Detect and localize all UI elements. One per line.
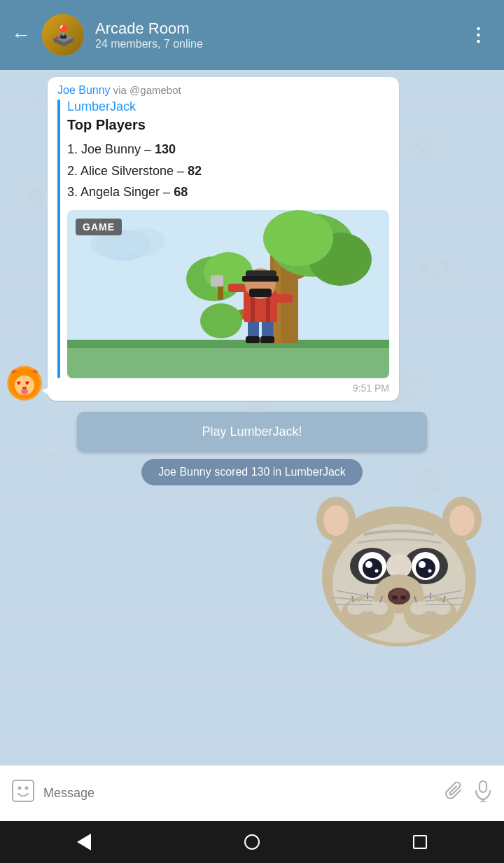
game-badge: GAME [76, 219, 122, 235]
svg-rect-38 [260, 336, 274, 343]
message-bubble: Joe Bunny via @gamebot LumberJack Top Pl… [48, 77, 399, 401]
svg-point-58 [416, 558, 435, 578]
group-title: Arcade Room [95, 20, 452, 38]
svg-point-93 [18, 787, 22, 790]
home-circle-icon [244, 834, 260, 850]
avatar-image: 🕹️ [42, 14, 84, 56]
svg-rect-26 [67, 340, 389, 348]
svg-point-89 [323, 505, 349, 536]
group-subtitle: 24 members, 7 online [95, 38, 452, 50]
back-nav-button[interactable] [70, 828, 98, 856]
player-2-score: 82 [188, 164, 202, 178]
svg-point-71 [371, 601, 388, 615]
svg-point-91 [449, 505, 475, 536]
attach-icon [445, 781, 465, 801]
svg-point-60 [419, 561, 426, 568]
input-bar [0, 765, 504, 821]
svg-rect-45 [249, 289, 272, 297]
message-input[interactable] [43, 786, 437, 801]
sender-avatar: ♥ ♥ [7, 366, 42, 401]
attach-button[interactable] [445, 781, 465, 806]
home-nav-button[interactable] [238, 828, 266, 856]
top-players-title: Top Players [67, 117, 389, 133]
score-bubble-text: Joe Bunny scored 130 in LumberJack [141, 459, 363, 485]
sender-line: Joe Bunny via @gamebot [57, 84, 389, 97]
svg-point-34 [200, 303, 242, 338]
sender-name[interactable]: Joe Bunny [57, 84, 111, 96]
svg-point-59 [365, 561, 372, 568]
players-list: 1. Joe Bunny – 130 2. Alice Silverstone … [67, 139, 389, 203]
player-1-score: 130 [155, 142, 176, 156]
mic-icon [473, 780, 493, 802]
svg-point-67 [400, 595, 406, 600]
svg-rect-95 [479, 781, 486, 792]
svg-text:♥: ♥ [25, 379, 29, 387]
sticker-container [7, 492, 497, 647]
via-text: via @gamebot [111, 84, 181, 96]
score-notification: Joe Bunny scored 130 in LumberJack [7, 459, 497, 485]
svg-point-61 [375, 569, 379, 572]
player-2: 2. Alice Silverstone – 82 [67, 160, 389, 182]
svg-rect-46 [228, 284, 245, 292]
android-nav-bar [0, 821, 504, 863]
message-container: ♥ ♥ Joe Bunny via @gamebot LumberJ [7, 77, 497, 401]
header: ← 🕹️ Arcade Room 24 members, 7 online ⋮ [0, 0, 504, 70]
svg-point-21 [90, 233, 129, 258]
message-time: 9:51 PM [57, 382, 389, 394]
game-image[interactable]: GAME [67, 210, 389, 378]
raccoon-sticker [294, 492, 490, 647]
svg-point-66 [392, 595, 398, 600]
chat-content: ♥ ♥ Joe Bunny via @gamebot LumberJ [0, 70, 504, 793]
svg-point-18 [21, 389, 28, 394]
svg-rect-49 [276, 294, 293, 303]
svg-point-22 [123, 228, 165, 256]
emoji-icon [11, 779, 35, 803]
svg-point-78 [434, 601, 451, 615]
player-1: 1. Joe Bunny – 130 [67, 139, 389, 160]
play-lumberjack-button[interactable]: Play LumberJack! [77, 412, 427, 452]
group-avatar: 🕹️ [42, 14, 84, 56]
back-button[interactable]: ← [11, 24, 31, 46]
accent-bar [57, 99, 60, 378]
svg-rect-92 [13, 780, 34, 801]
svg-point-94 [25, 787, 29, 790]
message-content: LumberJack Top Players 1. Joe Bunny – 13… [57, 99, 389, 378]
play-button-container: Play LumberJack! [7, 412, 497, 452]
svg-point-62 [428, 569, 432, 572]
recents-nav-button[interactable] [406, 828, 434, 856]
header-info: Arcade Room 24 members, 7 online [95, 20, 452, 50]
svg-rect-37 [246, 336, 260, 343]
player-3-score: 68 [174, 185, 188, 199]
player-3: 3. Angela Singer – 68 [67, 181, 389, 203]
raccoon-svg [294, 492, 490, 647]
svg-rect-48 [211, 275, 223, 286]
back-triangle-icon [77, 834, 91, 850]
avatar-svg: ♥ ♥ [7, 366, 42, 401]
more-options-button[interactable]: ⋮ [463, 19, 493, 52]
recents-square-icon [413, 835, 427, 849]
game-name[interactable]: LumberJack [67, 99, 389, 114]
message-text: LumberJack Top Players 1. Joe Bunny – 13… [67, 99, 389, 378]
svg-point-57 [363, 558, 382, 578]
svg-rect-44 [242, 276, 279, 282]
mic-button[interactable] [473, 780, 493, 807]
emoji-button[interactable] [11, 779, 35, 808]
svg-text:♥: ♥ [17, 379, 21, 387]
game-scene-svg [67, 210, 389, 378]
svg-point-31 [263, 210, 333, 266]
